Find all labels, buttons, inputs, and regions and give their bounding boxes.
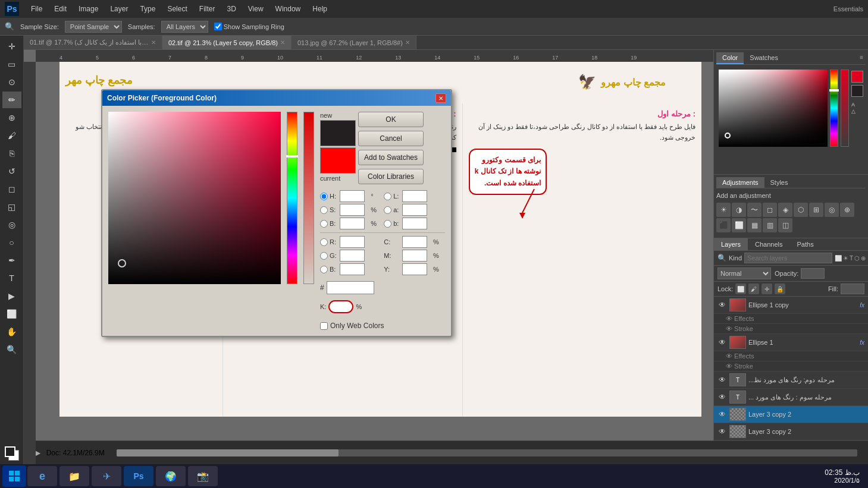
cancel-button[interactable]: Cancel <box>358 131 424 146</box>
menu-image[interactable]: Image <box>74 4 103 14</box>
pen-tool[interactable]: ✒ <box>2 252 21 269</box>
alpha-strip[interactable] <box>303 112 314 284</box>
only-web-colors-checkbox[interactable] <box>320 322 328 330</box>
hue-slider[interactable] <box>830 70 838 147</box>
menu-file[interactable]: File <box>26 4 47 14</box>
posterize-icon[interactable]: ▦ <box>747 218 762 232</box>
h-radio[interactable] <box>320 193 328 200</box>
gradient-map-icon[interactable]: ◫ <box>778 218 792 232</box>
taskbar-telegram[interactable]: ✈ <box>92 466 121 486</box>
b3-radio[interactable] <box>320 266 328 273</box>
c-input[interactable]: 0 <box>402 236 427 248</box>
color-balance-icon[interactable]: ⊞ <box>809 203 823 217</box>
h-input[interactable]: 346 <box>340 190 365 202</box>
adjustments-tab[interactable]: Adjustments <box>716 177 764 188</box>
layers-tab[interactable]: Layers <box>714 238 748 250</box>
layer-eye-text-2[interactable]: 👁 <box>717 392 727 402</box>
r-input[interactable]: 35 <box>340 236 365 248</box>
r-radio[interactable] <box>320 238 328 246</box>
l-radio[interactable] <box>384 193 391 200</box>
b-input[interactable]: 14 <box>340 218 365 229</box>
layer-text-1[interactable]: 👁 T ...مرحله دوم: رنگ های مورد نظ <box>714 371 868 389</box>
blend-mode-select[interactable]: Normal <box>717 267 771 279</box>
menu-help[interactable]: Help <box>308 4 332 14</box>
menu-layer[interactable]: Layer <box>105 4 133 14</box>
l-input[interactable]: 12 <box>402 190 427 202</box>
horizontal-scrollbar[interactable] <box>117 449 857 456</box>
opacity-input[interactable]: 100% <box>801 268 825 279</box>
channels-tab[interactable]: Channels <box>748 238 789 250</box>
photo-filter-icon[interactable]: ◎ <box>825 203 839 217</box>
vibrance-icon[interactable]: ◈ <box>778 203 792 217</box>
g-input[interactable]: 31 <box>340 250 365 262</box>
taskbar-chrome[interactable]: 🌍 <box>156 466 186 486</box>
adjustment-icon-sm[interactable]: ☀ <box>843 255 848 262</box>
brightness-icon[interactable]: ☀ <box>716 203 731 217</box>
menu-view[interactable]: View <box>243 4 268 14</box>
show-sampling-ring-checkbox[interactable] <box>214 23 222 30</box>
color-lookup-icon[interactable]: ⬛ <box>716 218 731 232</box>
tab-0[interactable]: 01.tif @ 17.7% (فایل طرح تک رنگ فقط با ا… <box>24 36 162 49</box>
fill-input[interactable]: 100% <box>841 284 864 294</box>
eraser-tool[interactable]: ◻ <box>2 181 21 197</box>
foreground-color[interactable] <box>5 446 15 457</box>
taskbar-ie[interactable]: e <box>27 466 57 486</box>
tab-2-close[interactable]: ✕ <box>405 39 410 46</box>
shape-tool[interactable]: ⬜ <box>2 306 21 322</box>
layer-eye-3-copy-2-b[interactable]: 👁 <box>717 427 727 436</box>
channel-mixer-icon[interactable]: ⊕ <box>840 203 854 217</box>
invert-icon[interactable]: ⬜ <box>732 218 746 232</box>
b2-input[interactable]: 0 <box>402 218 427 229</box>
text-tool[interactable]: T <box>2 270 21 286</box>
layers-search-input[interactable] <box>744 253 832 263</box>
curves-icon[interactable]: 〜 <box>747 203 762 217</box>
color-gradient-picker[interactable] <box>108 112 281 284</box>
show-sampling-ring-label[interactable]: Show Sampling Ring <box>214 23 284 30</box>
s-radio[interactable] <box>320 206 328 214</box>
dialog-close-btn[interactable]: ✕ <box>435 93 446 103</box>
layer-ellipse-1-copy[interactable]: 👁 Ellipse 1 copy fx <box>714 297 868 314</box>
zoom-tool[interactable]: 🔍 <box>2 341 21 358</box>
tab-1[interactable]: 02.tif @ 21.3% (Layer 5 copy, RGB/8) ✕ <box>162 36 292 49</box>
taskbar-photos[interactable]: 📸 <box>188 466 218 486</box>
hue-strip[interactable] <box>287 112 297 284</box>
b3-input[interactable]: 32 <box>340 263 365 275</box>
menu-edit[interactable]: Edit <box>49 4 71 14</box>
brush-tool[interactable]: 🖌 <box>2 127 21 144</box>
lock-transparency[interactable]: ⬜ <box>735 284 746 294</box>
pixel-icon[interactable]: ⬜ <box>835 255 842 262</box>
color-gradient-main[interactable] <box>719 70 828 147</box>
m-input[interactable]: 0 <box>402 250 427 262</box>
collapse-btn[interactable]: ≡ <box>857 52 866 64</box>
menu-3d[interactable]: 3D <box>222 4 240 14</box>
taskbar-ps[interactable]: Ps <box>124 466 153 486</box>
contrast-icon[interactable]: ◑ <box>732 203 746 217</box>
layer-eye-text-1[interactable]: 👁 <box>717 375 727 385</box>
color-tab[interactable]: Color <box>716 52 744 64</box>
a-radio[interactable] <box>384 206 391 214</box>
ok-button[interactable]: OK <box>358 112 424 127</box>
hand-tool[interactable]: ✋ <box>2 323 21 340</box>
taskbar-explorer[interactable]: 📁 <box>59 466 89 486</box>
tab-1-close[interactable]: ✕ <box>280 39 285 46</box>
layer-ellipse-1[interactable]: 👁 Ellipse 1 fx <box>714 334 868 351</box>
gradient-tool[interactable]: ◱ <box>2 199 21 215</box>
menu-filter[interactable]: Filter <box>195 4 220 14</box>
tab-0-close[interactable]: ✕ <box>151 39 156 46</box>
layer-eye-3-copy-2[interactable]: 👁 <box>717 410 727 419</box>
dodge-tool[interactable]: ○ <box>2 234 21 251</box>
layer-3-copy-2-active[interactable]: 👁 Layer 3 copy 2 <box>714 406 868 423</box>
swatches-tab[interactable]: Swatches <box>744 52 784 64</box>
s-input[interactable]: 11 <box>340 204 365 216</box>
b2-radio[interactable] <box>384 220 391 228</box>
lock-image[interactable]: 🖌 <box>748 284 759 294</box>
hsl-icon[interactable]: ⬡ <box>794 203 808 217</box>
bg-color-swatch[interactable] <box>851 85 863 97</box>
threshold-icon[interactable]: ▥ <box>763 218 777 232</box>
layer-text-2[interactable]: 👁 T ... مرحله سوم : رنگ های مورد <box>714 389 868 406</box>
layer-eye-ellipse-1[interactable]: 👁 <box>717 338 727 347</box>
text-icon-sm[interactable]: T <box>850 255 853 262</box>
menu-type[interactable]: Type <box>135 4 160 14</box>
exposure-icon[interactable]: ◻ <box>763 203 777 217</box>
samples-select[interactable]: All Layers <box>161 21 208 33</box>
